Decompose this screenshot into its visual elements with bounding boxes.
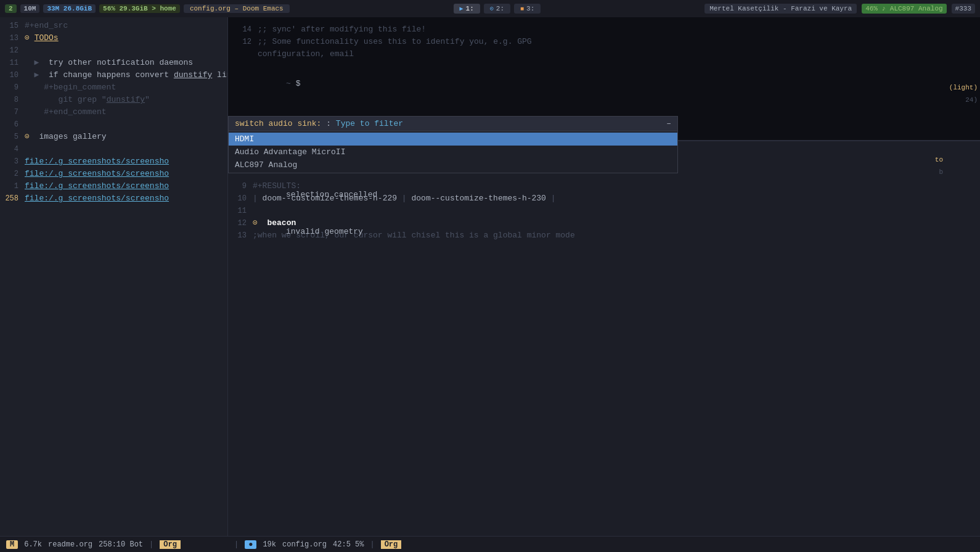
table-row: 4 [0,143,227,155]
statusbar-left: M 6.7k readme.org 258:10 Bot | Org [0,540,228,549]
statusbar-size-left: 6.7k [24,540,42,549]
left-pane: 15 #+end_src 13 ⊙ TODOs 12 11 ▶ try othe… [0,17,228,536]
table-row: 9 #+begin_comment [0,81,227,94]
right-pane: 14 ;; sync' after modifying this file! 1… [228,17,980,536]
table-row: 10 ▶ if change happens convert dunstify … [0,69,227,81]
win-tab-2[interactable]: ⊙ 2: [484,4,510,14]
dropdown-filter-text: Type to filter [336,119,403,128]
dropdown-item-hdmi[interactable]: HDMI [229,133,677,146]
statusbar-m-badge: M [6,540,18,549]
table-row: 12 [0,44,227,57]
dropdown-prompt-text: switch audio sink: [235,119,321,128]
table-row: 258 file:/.g_screenshots/screensho [0,192,227,205]
table-row: 5 ⊙ images gallery [0,131,227,143]
statusbar-size-right: 19k [263,540,276,549]
hash-badge: #333 [952,4,975,14]
topbar-right: Mertel Kasetçilik - Farazi ve Kayra 46% … [704,4,975,14]
status-pill-mem1: 10M [20,4,40,13]
window-title: config.org – Doom Emacs [184,4,290,13]
audio-info: Mertel Kasetçilik - Farazi ve Kayra [704,4,857,14]
mem2-label: 33M 26.8GiB [47,5,92,12]
win-tab-3[interactable]: ■ 3: [514,4,541,14]
statusbar-filename-right: config.org [282,540,327,549]
table-row: 6 [0,118,227,131]
dropdown-item-alc897[interactable]: ALC897 Analog [229,159,677,171]
table-row: 8 git grep "dunstify" [0,94,227,106]
table-row: 7 #+end_comment [0,106,227,118]
table-row: 11 ▶ try other notification daemons [0,57,227,69]
dropdown-items-list: HDMI Audio Advantage MicroII ALC897 Anal… [229,131,677,173]
statusbar-m2-badge: ● [245,540,256,549]
table-row: 14 ;; sync' after modifying this file! [233,23,975,36]
term-line: invalid geometry [238,213,975,250]
table-row: 3 file:/.g_screenshots/screensho [0,155,227,168]
table-row: 1 file:/.g_screenshots/screensho [0,180,227,192]
table-row: 15 #+end_src [0,20,227,32]
win3-icon: ■ [520,6,524,12]
status-pill-mem2: 33M 26.8GiB [43,4,96,13]
mem1-label: 10M [24,5,36,12]
dropdown-overlay: switch audio sink: : Type to filter – HD… [228,116,678,173]
statusbar-mode-left: Org [160,540,181,549]
win1-icon: ▶ [460,5,463,12]
statusbar-filename-left: readme.org [48,540,92,549]
main-content: 15 #+end_src 13 ⊙ TODOs 12 11 ▶ try othe… [0,17,980,536]
volume-badge: 46% ♪ ALC897 Analog [862,4,946,14]
volume-text: 46% ♪ ALC897 Analog [865,5,942,12]
right-editor-top: 14 ;; sync' after modifying this file! 1… [233,21,975,63]
table-row: 13 ⊙ TODOs [0,32,227,44]
audio-track: Mertel Kasetçilik - Farazi ve Kayra [709,5,852,12]
topbar: 2 10M 33M 26.8GiB 56% 29.3GiB > home con… [0,0,980,17]
mem3-label: 56% 29.3GiB > home [103,5,176,12]
left-editor: 15 #+end_src 13 ⊙ TODOs 12 11 ▶ try othe… [0,17,227,207]
statusbar-mode-right: Org [381,540,402,549]
statusbar-pos-right: 42:5 5% [333,540,364,549]
statusbar: M 6.7k readme.org 258:10 Bot | Org | ● 1… [0,536,980,552]
topbar-center: ▶ 1: ⊙ 2: ■ 3: [295,4,700,14]
win-tab-1[interactable]: ▶ 1: [454,4,480,14]
dropdown-prompt: switch audio sink: : Type to filter [235,119,403,128]
window-title-text: config.org – Doom Emacs [190,5,284,12]
win2-icon: ⊙ [490,5,494,12]
hash-text: #333 [955,5,971,12]
statusbar-right: | ● 19k config.org 42:5 5% | Org [228,540,980,549]
table-row: configuration, email [233,48,975,60]
win3-label: 3: [526,5,534,12]
term-line: ~ $ [238,65,975,102]
status-pill-mem3: 56% 29.3GiB > home [99,4,180,13]
table-row: 12 ;; Some functionality uses this to id… [233,36,975,48]
statusbar-pos-left: 258:10 Bot [99,540,143,549]
topbar-left: 2 10M 33M 26.8GiB 56% 29.3GiB > home con… [5,4,290,13]
right-hint: (light) 24) [943,17,980,109]
table-row: 2 file:/.g_screenshots/screensho [0,168,227,180]
dropdown-item-audio-advantage[interactable]: Audio Advantage MicroII [229,146,677,159]
dropdown-close-button[interactable]: – [666,119,671,128]
win1-label: 1: [466,5,474,12]
dropdown-header: switch audio sink: : Type to filter – [229,117,677,131]
win2-label: 2: [496,5,504,12]
workspace-number: 2 [9,5,13,12]
term-line: selection cancelled [238,176,975,213]
status-pill-workspace[interactable]: 2 [5,4,17,13]
